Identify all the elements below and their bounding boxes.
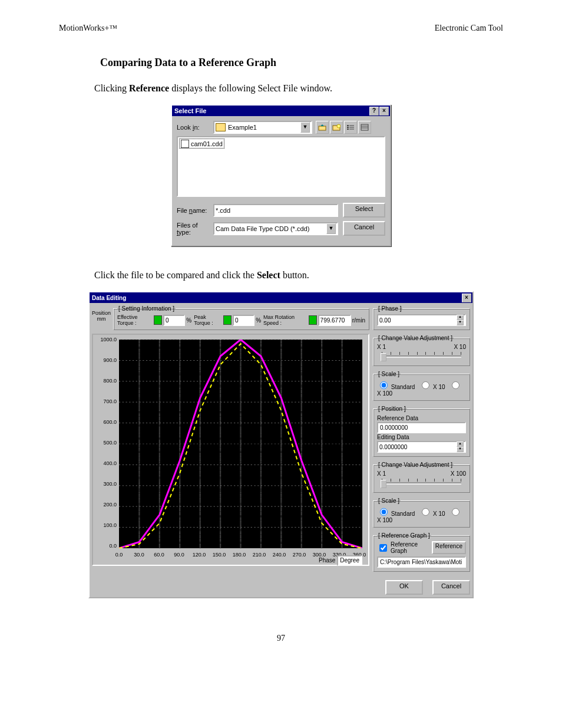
document-icon [181, 140, 189, 148]
scale-legend: [ Scale ] [377, 371, 401, 377]
spin-up-icon[interactable]: ▲ [457, 315, 464, 320]
phase-cva-slider[interactable] [377, 350, 466, 362]
file-type-combo[interactable]: Cam Data File Type CDD (*.cdd) ▼ [213, 222, 338, 235]
x-tick: 120.0 [193, 552, 206, 558]
position-cva-slider[interactable] [377, 477, 466, 489]
svg-rect-6 [349, 127, 354, 128]
phase-value: 0.00 [379, 317, 391, 324]
mid-paragraph: Click the file to be compared and click … [94, 270, 503, 281]
page-number: 97 [59, 634, 503, 643]
spin-down-icon[interactable]: ▼ [457, 320, 464, 325]
max-rot-unit: r/min [352, 317, 365, 324]
peak-torque-color-icon [223, 315, 232, 325]
look-in-combo[interactable]: Example1 ▼ [213, 121, 312, 134]
ref-graph-checkbox[interactable]: Reference Graph [377, 541, 429, 554]
position-unit: mm [97, 316, 106, 322]
peak-torque-value: 0 [233, 315, 254, 326]
chevron-down-icon[interactable]: ▼ [300, 122, 310, 133]
select-button[interactable]: Select [343, 203, 385, 218]
spin-up-icon[interactable]: ▲ [457, 442, 464, 447]
ref-data-value: 0.0000000 [377, 422, 466, 433]
header-left: MotionWorks+™ [59, 24, 117, 33]
dialog-title: Data Editing [92, 295, 126, 301]
cancel-button-2[interactable]: Cancel [432, 580, 470, 595]
svg-rect-7 [347, 129, 349, 130]
peak-torque-label: Peak Torque : [194, 314, 222, 326]
dialog-title: Select File [174, 107, 206, 114]
new-folder-icon[interactable] [330, 121, 343, 134]
y-tick: 100.0 [93, 522, 117, 528]
eff-torque-label: Effective Torque : [117, 314, 153, 326]
mid-pre: Click the file to be compared and click … [94, 270, 257, 280]
svg-rect-9 [361, 124, 368, 130]
setting-info-legend: [ Setting Information ] [117, 305, 176, 312]
dialog-titlebar: Select File ? × [172, 106, 390, 116]
select-file-dialog: Select File ? × Look in: Example1 ▼ [171, 104, 391, 246]
file-type-label: Files of type: [177, 222, 213, 236]
dialog-titlebar: Data Editing × [90, 292, 472, 303]
scale-standard-radio[interactable]: Standard [377, 384, 415, 390]
file-name-input[interactable]: *.cdd [213, 204, 338, 217]
svg-rect-3 [347, 125, 349, 126]
y-tick: 0.0 [93, 543, 117, 549]
scale2-standard-radio[interactable]: Standard [377, 510, 415, 517]
details-view-icon[interactable] [358, 121, 371, 134]
slider-thumb-icon[interactable] [381, 353, 386, 361]
mid-post: button. [280, 270, 309, 280]
spin-down-icon[interactable]: ▼ [457, 447, 464, 452]
file-item-name: cam01.cdd [191, 140, 223, 147]
cva-left: X 1 [377, 344, 386, 350]
y-tick: 400.0 [93, 460, 117, 466]
cva-right: X 10 [454, 344, 466, 350]
cva-right-2: X 100 [451, 470, 466, 477]
close-icon[interactable]: × [462, 294, 471, 302]
phase-spin[interactable]: 0.00 ▲▼ [377, 314, 466, 326]
x-tick: 150.0 [213, 552, 226, 558]
x-tick: 210.0 [253, 552, 266, 558]
eff-torque-unit: % [186, 317, 191, 324]
scale2-x10-radio[interactable]: X 10 [419, 510, 445, 517]
file-list[interactable]: cam01.cdd [177, 136, 385, 197]
phase-legend: [ Phase ] [377, 305, 402, 312]
plot[interactable] [119, 340, 362, 548]
cva-left-2: X 1 [377, 470, 386, 477]
x-tick: 270.0 [293, 552, 306, 558]
eff-torque-color-icon [154, 315, 162, 325]
folder-icon [216, 123, 226, 131]
x-axis-label: Phase Degree [319, 555, 362, 566]
ref-graph-legend: [ Reference Graph ] [377, 532, 431, 539]
up-one-level-icon[interactable] [316, 121, 329, 134]
mid-bold: Select [257, 270, 280, 280]
x-tick: 90.0 [174, 552, 184, 558]
file-name-label: File name: [177, 207, 213, 214]
y-tick: 900.0 [93, 357, 117, 363]
ref-data-label: Reference Data [377, 415, 466, 421]
file-type-value: Cam Data File Type CDD (*.cdd) [216, 225, 309, 232]
close-icon[interactable]: × [379, 107, 389, 116]
ok-button[interactable]: OK [385, 580, 423, 595]
look-in-label: Look in: [177, 124, 213, 131]
reference-path: C:\Program Files\Yaskawa\Moti [377, 556, 466, 568]
intro-pre: Clicking [94, 83, 129, 93]
y-tick: 300.0 [93, 481, 117, 487]
slider-thumb-icon[interactable] [381, 480, 386, 488]
x-axis-unit: Degree [337, 555, 362, 566]
edit-data-label: Editing Data [377, 434, 466, 440]
scale-x10-radio[interactable]: X 10 [419, 384, 445, 390]
intro-bold: Reference [129, 83, 169, 93]
svg-rect-8 [349, 129, 354, 130]
y-tick: 1000.0 [93, 337, 117, 342]
header-right: Electronic Cam Tool [435, 24, 503, 33]
list-view-icon[interactable] [344, 121, 357, 134]
help-icon[interactable]: ? [369, 107, 379, 116]
position-legend: [ Position ] [377, 406, 407, 412]
max-rot-value: 799.6770 [318, 315, 351, 326]
reference-button[interactable]: Reference [432, 541, 466, 554]
x-tick: 30.0 [134, 552, 144, 558]
edit-data-spin[interactable]: 0.0000000 ▲▼ [377, 441, 466, 453]
x-tick: 0.0 [115, 552, 123, 558]
cancel-button[interactable]: Cancel [343, 221, 385, 236]
y-tick: 700.0 [93, 398, 117, 404]
file-item[interactable]: cam01.cdd [179, 139, 224, 149]
chevron-down-icon[interactable]: ▼ [326, 223, 336, 234]
